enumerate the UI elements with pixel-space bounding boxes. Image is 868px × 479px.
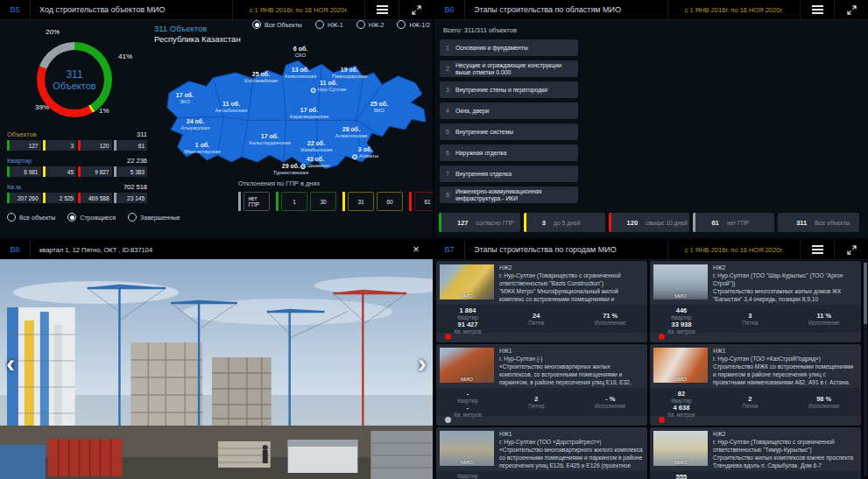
menu-button[interactable] <box>801 0 835 19</box>
expand-icon <box>412 5 421 15</box>
stat-row-apartments: Квартир22 236 6 981 45 9 827 5 383 <box>7 157 147 177</box>
project-card[interactable]: МИО НЖ1г. Нур-Султан (-)«Строительство м… <box>436 344 647 426</box>
stat-row-objects: Объектов311 127 3 120 61 <box>7 130 147 151</box>
panel-construction-progress: B5 Ход строительства объектов МИО с 1 ЯН… <box>0 0 433 238</box>
radio-icon <box>315 20 324 29</box>
gpr-green-range[interactable]: 130 <box>276 192 336 211</box>
scrollbar-track[interactable] <box>864 261 867 476</box>
project-owner: г. Нур-Султан (ТОО "Шар-Курылыс" (ТОО "А… <box>713 272 857 288</box>
stage-legend: 127согласно ГПР 3до 5 дней 120свыше 10 д… <box>439 213 859 232</box>
donut-value: 311 <box>66 68 82 81</box>
spots-label: Пятна <box>742 320 758 326</box>
menu-button[interactable] <box>365 0 399 19</box>
panel-stages-by-city: B7 Этапы строительства по городам МИО с … <box>434 240 868 479</box>
donut-center: 311 Объектов <box>37 42 112 117</box>
apartments-value: - <box>467 390 469 398</box>
stage-button-8[interactable]: 8Инженерно-коммуникационная инфраструкту… <box>440 187 578 203</box>
project-owner: г. Нур-Султан (Товарищество с ограниченн… <box>713 439 857 454</box>
date-range[interactable]: с 1 ЯНВ 2016г. по 16 НОЯ 2020г. <box>667 240 801 259</box>
project-card[interactable]: МИО НЖ2г. Нур-Султан (Товарищество с огр… <box>436 261 647 342</box>
status-filter: Все объекты Строящиеся Завершенные <box>7 213 180 222</box>
spots-label: Пятна <box>528 320 544 326</box>
gpr-none[interactable]: нет ГПР <box>238 192 270 211</box>
project-desc: Строительство жилых комплексов южнее про… <box>713 454 857 469</box>
radio-icon <box>252 20 261 29</box>
panel-header: B6 Этапы строительства по областям МИО с… <box>434 0 868 20</box>
expand-button[interactable] <box>835 240 868 259</box>
stat-row-sqm: Кв.м.702 518 207 260 2 525 469 588 23 14… <box>7 183 147 203</box>
stage-button-6[interactable]: 6Наружная отделка <box>440 144 578 161</box>
project-photo: МИО <box>653 431 708 466</box>
panel-id: B7 <box>434 240 465 259</box>
sqm-label: Кв. метров <box>667 412 695 418</box>
gpr-yellow-range[interactable]: 3160 <box>342 192 403 211</box>
project-card[interactable]: МИО НЖ1г. Нур-Султан (ТОО «Дорстройтрест… <box>436 427 647 479</box>
panel-id: B8 <box>0 240 31 259</box>
sqm-label: Кв. метров <box>454 412 481 418</box>
project-type: НЖ2 <box>499 264 644 272</box>
kazakhstan-map[interactable] <box>156 42 429 191</box>
project-owner: г. Нур-Султан (ТОО «КазСтройПодряд») <box>713 356 857 363</box>
radio-completed[interactable]: Завершенные <box>128 213 180 222</box>
panel-stages-by-region: B6 Этапы строительства по областям МИО с… <box>434 0 868 238</box>
menu-icon <box>812 5 823 14</box>
legend-over-10-days[interactable]: 120свыше 10 дней <box>609 213 690 232</box>
expand-button[interactable] <box>399 0 433 19</box>
stage-button-3[interactable]: 3Внутренние стены и перегородки <box>440 81 578 98</box>
project-desc: Строительство многоэтажных жилых домов Ж… <box>713 288 857 303</box>
legend-on-schedule[interactable]: 127согласно ГПР <box>439 213 520 232</box>
sqm-label: Кв. метров <box>454 328 481 335</box>
date-range[interactable]: с 1 ЯНВ 2016г. по 16 НОЯ 2020г. <box>667 0 801 19</box>
status-dot <box>445 417 451 423</box>
legend-no-gpr[interactable]: 61нет ГПР <box>693 213 774 232</box>
project-desc: "МЖК Метро" Многофункциональный жилой ко… <box>499 288 644 303</box>
legend-all-objects[interactable]: 311Все объекты <box>778 213 859 232</box>
sqm-value: - <box>467 404 469 412</box>
project-owner: г. Нур-Султан (Товарищество с ограниченн… <box>499 272 644 288</box>
panel-id: B6 <box>434 0 465 19</box>
gpr-red-range[interactable]: 61∞ <box>409 192 433 211</box>
radio-in-progress[interactable]: Строящиеся <box>67 213 116 222</box>
date-range[interactable]: с 1 ЯНВ 2016г. по 16 НОЯ 2020г. <box>232 0 365 19</box>
panel-title: Этапы строительства по городам МИО <box>465 240 667 259</box>
project-card[interactable]: МИО НЖ1г. Нур-Султан (ТОО «КазСтройПодря… <box>650 344 861 426</box>
expand-icon <box>847 245 857 255</box>
apartments-label: Квартир <box>671 398 692 404</box>
gpr-legend: нет ГПР 130 3160 61∞ <box>238 192 433 211</box>
radio-nzh1[interactable]: НЖ-1 <box>315 20 343 29</box>
project-card[interactable]: МИО НЖ2г. Нур-Султан (ТОО "Шар-Курылыс" … <box>650 261 861 342</box>
apartments-value: 1 884 <box>460 306 476 314</box>
project-card[interactable]: МИО НЖ2г. Нур-Султан (Товарищество с огр… <box>650 427 861 479</box>
project-photo: МИО <box>653 348 708 383</box>
stage-button-4[interactable]: 4Окна, двери <box>440 102 578 119</box>
radio-icon <box>7 213 16 222</box>
status-dot <box>659 334 665 340</box>
expand-button[interactable] <box>835 0 868 19</box>
sqm-label: Кв. метров <box>667 328 695 335</box>
menu-button[interactable] <box>801 240 835 259</box>
sqm-value: 4 638 <box>674 404 690 412</box>
close-button[interactable]: × <box>399 240 433 259</box>
legend-up-to-5-days[interactable]: 3до 5 дней <box>524 213 605 232</box>
radio-nzh2[interactable]: НЖ-2 <box>356 20 385 29</box>
prev-photo-button[interactable]: ‹ <box>6 350 15 377</box>
spots-label: Пятна <box>742 403 758 409</box>
radio-all[interactable]: Все объекты <box>7 213 55 222</box>
radio-nzh12[interactable]: НЖ-1/2 <box>397 20 430 29</box>
project-photo: МИО <box>440 264 494 299</box>
radio-all-objects[interactable]: Все Объекты <box>252 20 302 29</box>
spots-value: 2 <box>534 395 538 403</box>
radio-icon <box>128 213 137 222</box>
construction-photo <box>0 259 433 479</box>
pct-value: 11 % <box>816 312 831 320</box>
scrollbar-thumb[interactable] <box>864 263 867 324</box>
stage-button-7[interactable]: 7Внутренняя отделка <box>440 166 578 182</box>
pct-value: 98 % <box>816 395 831 403</box>
dashboard: B5 Ход строительства объектов МИО с 1 ЯН… <box>0 0 868 479</box>
stage-button-5[interactable]: 5Внутренние системы <box>440 123 578 140</box>
stage-button-1[interactable]: 1Основания и фундаменты <box>440 39 578 56</box>
radio-icon <box>67 213 76 222</box>
pct-label: Исполнение <box>808 320 840 326</box>
next-photo-button[interactable]: › <box>418 350 427 377</box>
stage-button-2[interactable]: 2Несущие и ограждающие конструкции выше … <box>440 60 578 77</box>
